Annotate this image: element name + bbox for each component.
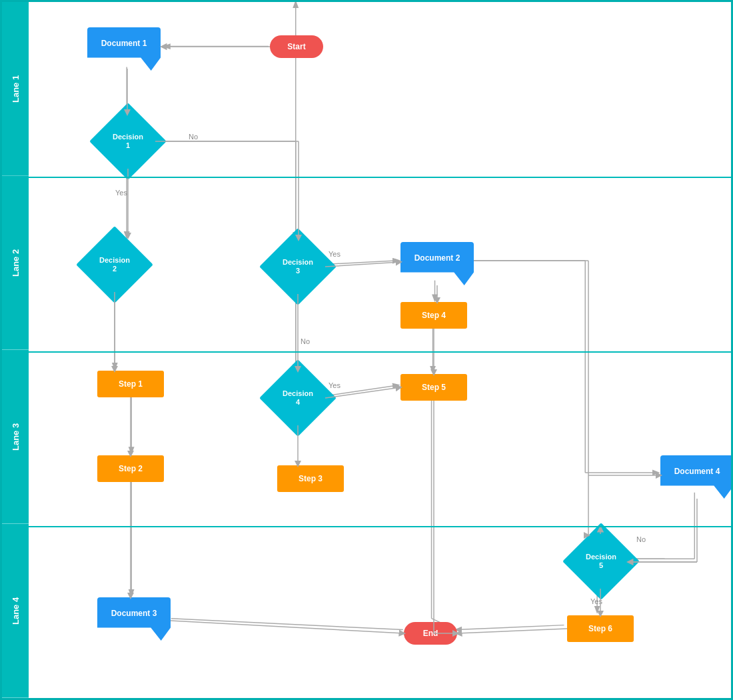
decision-3-label: Decision3 xyxy=(283,258,313,275)
document-3-label: Document 3 xyxy=(111,609,157,618)
lane-label-4: Lane 4 xyxy=(2,524,29,698)
decision-1[interactable]: Decision1 xyxy=(101,114,155,169)
label-yes-3: Yes xyxy=(329,381,341,389)
step-3-label: Step 3 xyxy=(299,474,323,483)
start-node[interactable]: Start xyxy=(270,35,323,58)
decision-4[interactable]: Decision4 xyxy=(271,371,325,425)
decision-5[interactable]: Decision5 xyxy=(574,534,628,589)
label-yes-1: Yes xyxy=(115,189,127,197)
svg-line-54 xyxy=(171,621,404,633)
label-yes-2: Yes xyxy=(329,250,341,258)
step-3[interactable]: Step 3 xyxy=(277,465,344,492)
document-4[interactable]: Document 4 xyxy=(660,455,733,499)
document-2-label: Document 2 xyxy=(414,253,460,263)
decision-5-label: Decision5 xyxy=(586,553,616,570)
document-4-label: Document 4 xyxy=(674,467,720,476)
step-4-label: Step 4 xyxy=(422,311,446,320)
svg-line-24 xyxy=(171,619,403,630)
lane-label-1: Lane 1 xyxy=(2,2,29,176)
decision-2[interactable]: Decision2 xyxy=(87,237,142,292)
step-5[interactable]: Step 5 xyxy=(400,374,467,401)
step-1[interactable]: Step 1 xyxy=(97,371,164,397)
lane-labels: Lane 1 Lane 2 Lane 3 Lane 4 xyxy=(2,2,29,698)
end-node[interactable]: End xyxy=(404,622,457,645)
step-2-label: Step 2 xyxy=(119,464,143,473)
step-6[interactable]: Step 6 xyxy=(567,615,634,642)
label-no-3: No xyxy=(636,535,646,543)
document-1-label: Document 1 xyxy=(101,39,147,48)
svg-line-51 xyxy=(457,629,567,633)
document-3[interactable]: Document 3 xyxy=(97,597,171,641)
document-2[interactable]: Document 2 xyxy=(400,242,474,285)
document-1[interactable]: Document 1 xyxy=(87,27,161,71)
step-5-label: Step 5 xyxy=(422,383,446,392)
svg-line-33 xyxy=(325,262,400,267)
lane-label-2: Lane 2 xyxy=(2,176,29,350)
step-4[interactable]: Step 4 xyxy=(400,302,467,329)
decision-2-label: Decision2 xyxy=(99,256,130,273)
step-2[interactable]: Step 2 xyxy=(97,455,164,482)
step-1-label: Step 1 xyxy=(119,379,143,389)
lanes-area: Document 1 Start Decision1 Decision2 Dec… xyxy=(29,2,731,698)
diagram-container: Lane 1 Lane 2 Lane 3 Lane 4 xyxy=(0,0,733,700)
lane-label-3: Lane 3 xyxy=(2,350,29,524)
decision-3[interactable]: Decision3 xyxy=(271,239,325,294)
decision-4-label: Decision4 xyxy=(283,389,313,407)
label-yes-4: Yes xyxy=(590,597,602,605)
decision-1-label: Decision1 xyxy=(113,133,143,150)
svg-line-23 xyxy=(456,625,564,630)
step-6-label: Step 6 xyxy=(588,624,612,633)
end-label: End xyxy=(423,629,438,638)
start-label: Start xyxy=(287,42,305,51)
label-no-2: No xyxy=(301,337,310,345)
connections-svg xyxy=(29,2,731,698)
label-no-1: No xyxy=(189,133,198,141)
